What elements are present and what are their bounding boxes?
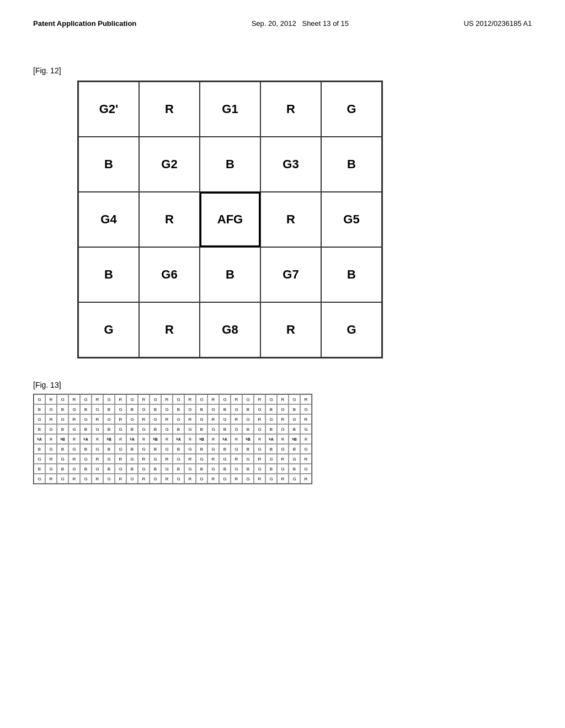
fig13-cell: G <box>103 474 115 484</box>
fig13-cell: G <box>231 464 242 474</box>
fig13-cell: R <box>138 454 150 464</box>
fig13-cell: B <box>196 464 207 474</box>
fig12-grid: G2'RG1RGBG2BG3BG4RAFGRG5BG6BG7BGRG8RG <box>77 81 383 358</box>
fig13-cell: B <box>126 404 138 414</box>
fig12-row: G2'RG1RG <box>78 82 382 137</box>
fig13-cell: B <box>219 444 231 454</box>
fig13-cell: B <box>289 424 300 434</box>
fig13-cell: R <box>68 414 80 424</box>
fig13-cell: SA <box>80 434 92 444</box>
fig13-cell: G <box>300 424 312 434</box>
fig13-cell: G <box>161 464 173 474</box>
fig13-cell: G <box>57 394 68 404</box>
fig13-cell: B <box>103 424 115 434</box>
fig12-cell: R <box>260 302 321 357</box>
fig13-cell: G <box>265 414 277 424</box>
fig13-cell: G <box>231 404 242 414</box>
fig13-cell: R <box>300 414 312 424</box>
fig13-cell: R <box>207 454 219 464</box>
fig13-cell: G <box>126 474 138 484</box>
fig13-cell: G <box>219 454 231 464</box>
fig13-cell: G <box>103 454 115 464</box>
fig13-cell: B <box>150 464 161 474</box>
fig13-cell: G <box>103 414 115 424</box>
fig13-cell: R <box>161 394 173 404</box>
fig12-cell: B <box>78 137 139 192</box>
fig13-cell: G <box>219 414 231 424</box>
fig13-cell: R <box>207 394 219 404</box>
fig13-cell: G <box>242 454 254 464</box>
fig13-cell: R <box>300 434 312 444</box>
fig13-cell: G <box>184 404 196 414</box>
fig13-cell: G <box>173 394 184 404</box>
fig13-cell: G <box>207 444 219 454</box>
fig13-cell: G <box>138 404 150 414</box>
fig13-cell: G <box>196 454 207 464</box>
fig12-cell: R <box>260 82 321 137</box>
fig13-cell: R <box>115 474 126 484</box>
fig13-row: BGBGBGBGBGBGBGBGBGBGBGBG <box>34 444 312 454</box>
fig13-cell: G <box>68 424 80 434</box>
fig13-cell: R <box>92 434 103 444</box>
fig13-cell: G <box>34 474 45 484</box>
fig13-cell: B <box>289 464 300 474</box>
fig13-cell: B <box>196 444 207 454</box>
fig12-cell: R <box>139 302 200 357</box>
fig13-cell: G <box>92 424 103 434</box>
fig13-cell: B <box>34 424 45 434</box>
fig13-cell: SB <box>289 434 300 444</box>
fig13-cell: B <box>196 424 207 434</box>
fig12-cell: B <box>321 247 382 302</box>
fig13-cell: G <box>150 454 161 464</box>
fig13-cell: R <box>231 414 242 424</box>
fig13-cell: G <box>34 394 45 404</box>
fig13-cell: B <box>34 404 45 414</box>
fig13-cell: G <box>207 404 219 414</box>
fig13-cell: G <box>92 404 103 414</box>
fig13-cell: G <box>161 444 173 454</box>
fig13-cell: R <box>254 394 265 404</box>
fig13-cell: R <box>254 434 265 444</box>
fig13-cell: R <box>300 474 312 484</box>
fig12-cell: G <box>321 82 382 137</box>
fig13-cell: R <box>161 454 173 464</box>
fig12-cell: G7 <box>260 247 321 302</box>
fig13-cell: B <box>196 404 207 414</box>
fig13-cell: R <box>161 474 173 484</box>
fig13-cell: G <box>184 424 196 434</box>
fig13-cell: SA <box>173 434 184 444</box>
fig12-cell: B <box>200 137 260 192</box>
fig13-cell: B <box>57 444 68 454</box>
fig13-cell: R <box>92 454 103 464</box>
fig13-cell: G <box>265 454 277 464</box>
fig13-cell: R <box>254 454 265 464</box>
fig13-cell: R <box>231 474 242 484</box>
fig13-cell: B <box>34 464 45 474</box>
fig13-cell: R <box>184 434 196 444</box>
fig13-cell: G <box>207 424 219 434</box>
fig13-cell: R <box>184 454 196 464</box>
fig13-cell: G <box>150 394 161 404</box>
fig13-row: SARSBRSARSBRSARSBRSARSBRSARSBRSARSBR <box>34 434 312 444</box>
fig13-cell: B <box>103 464 115 474</box>
fig13-cell: SA <box>219 434 231 444</box>
fig12-cell: AFG <box>200 192 260 247</box>
fig13-cell: R <box>45 414 57 424</box>
fig13-cell: R <box>300 394 312 404</box>
fig12-row: G4RAFGRG5 <box>78 192 382 247</box>
fig13-cell: G <box>289 474 300 484</box>
fig13-cell: B <box>173 424 184 434</box>
fig13-row: GRGRGRGRGRGRGRGRGRGRGRGR <box>34 414 312 424</box>
fig13-cell: B <box>265 404 277 414</box>
fig12-cell: G5 <box>321 192 382 247</box>
fig13-row: BGBGBGBGBGBGBGBGBGBGBGBG <box>34 404 312 414</box>
fig13-cell: G <box>254 424 265 434</box>
fig13-cell: G <box>57 454 68 464</box>
fig13-row: GRGRGRGRGRGRGRGRGRGRGRGR <box>34 394 312 404</box>
fig13-cell: G <box>115 444 126 454</box>
fig13-cell: G <box>242 474 254 484</box>
fig13-cell: G <box>161 404 173 414</box>
fig13-cell: B <box>34 444 45 454</box>
fig13-cell: B <box>173 404 184 414</box>
fig13-cell: G <box>196 394 207 404</box>
